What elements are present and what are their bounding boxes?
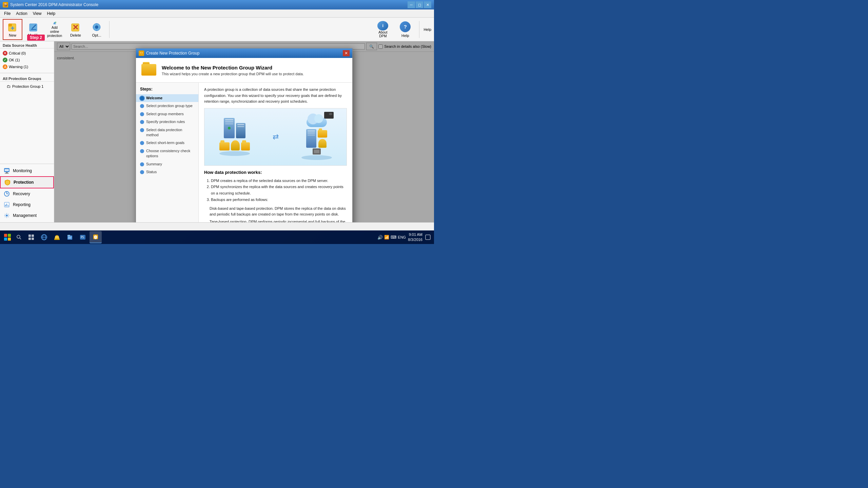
- step-status[interactable]: Status: [136, 168, 198, 176]
- sidebar-divider: [0, 73, 54, 73]
- taskbar-clock[interactable]: 9:01 AM 8/3/2016: [408, 232, 422, 243]
- step-6-bullet: [140, 141, 144, 145]
- help-section-label: Help: [423, 27, 431, 32]
- taskbar-powershell-icon[interactable]: PS: [77, 231, 89, 243]
- nav-recovery[interactable]: Recovery: [0, 188, 54, 199]
- svg-rect-40: [54, 239, 60, 240]
- critical-label: Critical (0): [9, 51, 26, 55]
- menu-help[interactable]: Help: [44, 11, 58, 17]
- app-title-bar: 📦 System Center 2016 DPM Administrator C…: [0, 0, 434, 9]
- delete-button[interactable]: Delete: [66, 19, 85, 40]
- protection-illustration: ⇄: [204, 108, 347, 166]
- step-summary-label: Summary: [146, 162, 162, 167]
- sidebar-item-protection-group-1[interactable]: 🗀 Protection Group 1: [0, 83, 54, 90]
- warning-icon: ⚠: [3, 64, 7, 69]
- step-7-bullet: [140, 149, 144, 153]
- network-icon[interactable]: 📶: [384, 235, 389, 240]
- volume-icon[interactable]: 🔊: [377, 235, 383, 240]
- protection-group-1-label: Protection Group 1: [12, 84, 43, 88]
- svg-point-16: [95, 25, 98, 29]
- svg-rect-22: [6, 172, 8, 173]
- taskbar: PS 🔊 📶 ⌨ ENG 9:01 AM 8/3/2016: [0, 230, 434, 244]
- taskbar-right: 🔊 📶 ⌨ ENG 9:01 AM 8/3/2016: [377, 232, 433, 243]
- warning-label: Warning (1): [9, 65, 28, 69]
- keyboard-icon[interactable]: ⌨: [391, 235, 396, 240]
- svg-rect-28: [6, 204, 7, 206]
- step-status-label: Status: [146, 169, 157, 175]
- sidebar-item-ok[interactable]: ✓ OK (1): [0, 57, 54, 63]
- toolbar-separator-2: [419, 21, 419, 38]
- center-content: All 🔍 Search in details also (Slow) cons…: [54, 41, 434, 222]
- step-protection-rules[interactable]: Specify protection rules: [136, 118, 198, 126]
- svg-rect-33: [28, 235, 31, 237]
- taskbar-views-icon[interactable]: [25, 231, 37, 243]
- menu-bar: File Action View Help: [0, 9, 434, 18]
- taskbar-dpm-icon[interactable]: [90, 231, 102, 243]
- restore-button[interactable]: ◻: [416, 1, 423, 8]
- optimize-icon: [91, 22, 102, 33]
- about-button[interactable]: i AboutDPM: [373, 19, 393, 40]
- taskbar-explorer-icon[interactable]: [51, 231, 63, 243]
- notification-icon[interactable]: [425, 234, 431, 241]
- svg-rect-5: [31, 29, 36, 30]
- modal-title: Create New Protection Group: [146, 51, 199, 56]
- step-group-members[interactable]: Select group members: [136, 110, 198, 118]
- help-toolbar-button[interactable]: ? Help: [395, 19, 415, 40]
- svg-rect-36: [32, 238, 34, 240]
- minimize-button[interactable]: ─: [408, 1, 415, 8]
- step-consistency-check[interactable]: Choose consistency check options: [136, 147, 198, 160]
- step-short-term-goals-label: Select short-term goals: [146, 140, 184, 145]
- nav-protection-label: Protection: [14, 180, 34, 185]
- system-tray: 🔊 📶 ⌨ ENG: [377, 235, 406, 240]
- svg-rect-34: [32, 235, 34, 237]
- taskbar-files-icon[interactable]: [64, 231, 76, 243]
- nav-monitoring[interactable]: Monitoring: [0, 165, 54, 176]
- sidebar: Data Source Health ✕ Critical (0) ✓ OK (…: [0, 41, 54, 222]
- new-icon: [7, 22, 18, 33]
- step-short-term-goals[interactable]: Select short-term goals: [136, 139, 198, 147]
- nav-protection[interactable]: Protection: [0, 176, 54, 188]
- step-8-bullet: [140, 162, 144, 166]
- sidebar-item-warning[interactable]: ⚠ Warning (1): [0, 63, 54, 70]
- optimize-button[interactable]: Opt...: [87, 19, 106, 40]
- list-item-2: DPM synchronizes the replica with the da…: [211, 184, 347, 196]
- modal-body: Steps: Welcome Select protection group t…: [136, 83, 352, 222]
- modal-header-title: Welcome to the New Protection Group Wiza…: [162, 65, 304, 70]
- monitoring-icon: [3, 167, 10, 174]
- step-data-protection-method[interactable]: Select data protection method: [136, 126, 198, 139]
- menu-action[interactable]: Action: [13, 11, 30, 17]
- nav-reporting[interactable]: Reporting: [0, 199, 54, 210]
- menu-view[interactable]: View: [30, 11, 44, 17]
- app-title: System Center 2016 DPM Administrator Con…: [10, 2, 98, 7]
- help-label: Help: [401, 34, 409, 38]
- step-summary[interactable]: Summary: [136, 160, 198, 168]
- critical-icon: ✕: [3, 51, 7, 56]
- nav-management[interactable]: Management: [0, 210, 54, 221]
- start-button[interactable]: [1, 231, 14, 243]
- step-welcome[interactable]: Welcome: [136, 94, 198, 102]
- svg-rect-23: [5, 173, 9, 174]
- modal-title-bar: 🛡 Create New Protection Group ✕: [136, 48, 352, 58]
- menu-file[interactable]: File: [1, 11, 13, 17]
- add-online-protection-button[interactable]: Add onlineprotection: [45, 19, 64, 40]
- step-welcome-label: Welcome: [146, 96, 162, 101]
- close-button[interactable]: ✕: [424, 1, 431, 8]
- taskbar-ie-icon[interactable]: [38, 231, 50, 243]
- content-section: How data protection works: DPM creates a…: [204, 170, 347, 222]
- taskbar-search-icon[interactable]: [14, 232, 24, 242]
- optimize-label: Opt...: [92, 33, 101, 37]
- nav-buttons: Monitoring Protection Recovery: [0, 164, 54, 222]
- steps-title: Steps:: [136, 85, 198, 94]
- modal-close-button[interactable]: ✕: [343, 50, 350, 56]
- arrow-right-icon: ⇄: [273, 133, 279, 141]
- svg-rect-29: [8, 205, 8, 206]
- modal-header-subtitle: This wizard helps you create a new prote…: [162, 72, 304, 76]
- backup-type-1: Disk-based and tape-based protection. DP…: [204, 206, 347, 218]
- new-button[interactable]: New: [3, 19, 22, 40]
- step-data-protection-method-label: Select data protection method: [146, 127, 194, 138]
- sidebar-item-critical[interactable]: ✕ Critical (0): [0, 50, 54, 57]
- step-protection-group-type[interactable]: Select protection group type: [136, 102, 198, 110]
- step-group-members-label: Select group members: [146, 111, 184, 117]
- list-item-3: Backups are performed as follows:: [211, 197, 347, 203]
- list-item-1: DPM creates a replica of the selected da…: [211, 178, 347, 184]
